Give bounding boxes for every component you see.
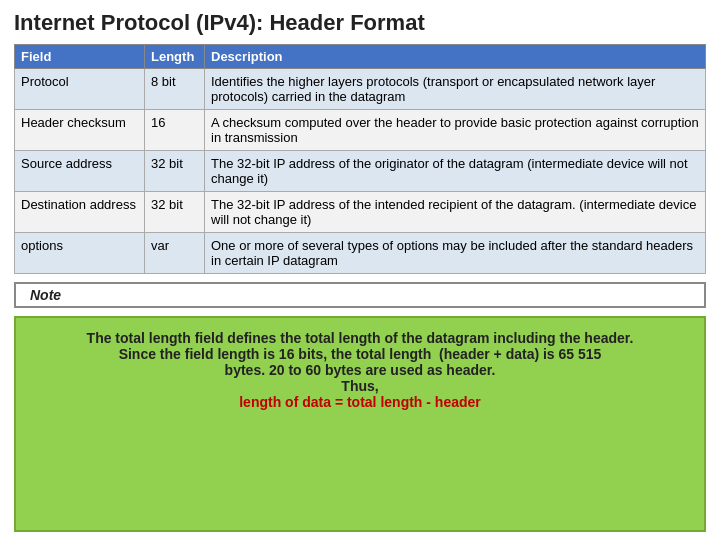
table-row: Protocol8 bitIdentifies the higher layer… — [15, 69, 706, 110]
page: Internet Protocol (IPv4): Header Format … — [0, 0, 720, 540]
col-header-field: Field — [15, 45, 145, 69]
cell-length: 32 bit — [145, 151, 205, 192]
cell-description: Identifies the higher layers protocols (… — [205, 69, 706, 110]
note-box: Note — [14, 282, 706, 308]
info-box: The total length field defines the total… — [14, 316, 706, 532]
cell-description: One or more of several types of options … — [205, 233, 706, 274]
info-main-text: The total length field defines the total… — [87, 330, 634, 394]
cell-length: 16 — [145, 110, 205, 151]
table-row: Destination address32 bitThe 32-bit IP a… — [15, 192, 706, 233]
page-title: Internet Protocol (IPv4): Header Format — [14, 10, 706, 36]
cell-description: The 32-bit IP address of the originator … — [205, 151, 706, 192]
col-header-description: Description — [205, 45, 706, 69]
cell-field: Source address — [15, 151, 145, 192]
cell-length: 32 bit — [145, 192, 205, 233]
cell-length: var — [145, 233, 205, 274]
cell-length: 8 bit — [145, 69, 205, 110]
cell-field: options — [15, 233, 145, 274]
cell-field: Header checksum — [15, 110, 145, 151]
info-red-text: length of data = total length - header — [239, 394, 481, 410]
cell-field: Destination address — [15, 192, 145, 233]
cell-field: Protocol — [15, 69, 145, 110]
header-table: Field Length Description Protocol8 bitId… — [14, 44, 706, 274]
table-row: Header checksum16A checksum computed ove… — [15, 110, 706, 151]
cell-description: A checksum computed over the header to p… — [205, 110, 706, 151]
table-row: Source address32 bitThe 32-bit IP addres… — [15, 151, 706, 192]
col-header-length: Length — [145, 45, 205, 69]
table-row: optionsvarOne or more of several types o… — [15, 233, 706, 274]
cell-description: The 32-bit IP address of the intended re… — [205, 192, 706, 233]
